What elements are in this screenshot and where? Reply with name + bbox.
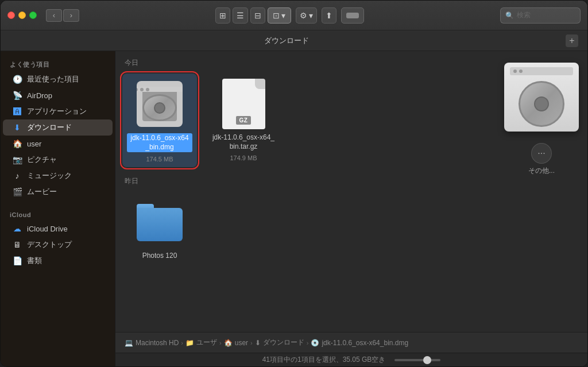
- traffic-lights: [7, 11, 37, 19]
- sidebar-item-user[interactable]: 🏠 user: [3, 136, 113, 152]
- gz-filename: jdk-11.0.6_osx-x64_bin.tar.gz: [211, 133, 276, 151]
- sidebar-item-airdrop[interactable]: 📡 AirDrop: [3, 87, 113, 103]
- icloud-label: iCloud: [1, 207, 115, 221]
- forward-button[interactable]: ›: [63, 9, 79, 22]
- sep3: ›: [250, 339, 253, 346]
- icon-view-button[interactable]: ⊞: [215, 7, 230, 24]
- folder-icon-wrap: [134, 196, 185, 248]
- folder-body: [137, 208, 183, 241]
- dmg-filename: jdk-11.0.6_osx-x64_bin.dmg: [127, 133, 192, 152]
- user-icon: 🏠: [12, 138, 22, 149]
- path-header: ダウンロード +: [1, 30, 587, 51]
- sidebar-item-label: user: [27, 140, 41, 148]
- gz-icon: GZ: [222, 79, 265, 129]
- music-icon: ♪: [12, 171, 22, 181]
- sep2: ›: [219, 339, 222, 346]
- breadcrumb-user-folder[interactable]: 📁 ユーザ: [185, 338, 217, 347]
- nav-buttons: ‹ ›: [46, 9, 79, 22]
- hdd-large-icon: [504, 63, 579, 132]
- breadcrumb-macintosh[interactable]: 💻 Macintosh HD: [125, 339, 179, 347]
- tag-button[interactable]: [341, 7, 364, 24]
- more-button[interactable]: ···: [531, 143, 552, 164]
- disk-preview: ··· その他...: [496, 51, 587, 332]
- folder-filename: Photos 120: [142, 252, 177, 261]
- sidebar-item-pictures[interactable]: 📷 ピクチャ: [3, 152, 113, 168]
- sidebar: よく使う項目 🕐 最近使った項目 📡 AirDrop 🅰 アプリケーション ⬇ …: [1, 51, 115, 366]
- gz-filesize: 174.9 MB: [230, 154, 257, 161]
- userfolder-icon: 📁: [185, 339, 194, 347]
- close-button[interactable]: [7, 11, 15, 19]
- minimize-button[interactable]: [18, 11, 26, 19]
- breadcrumb-user[interactable]: 🏠 user: [224, 339, 248, 347]
- strip-dot2: [519, 69, 523, 73]
- sep4: ›: [307, 339, 309, 346]
- sidebar-item-downloads[interactable]: ⬇ ダウンロード: [3, 119, 113, 136]
- hdd-strip: [137, 87, 183, 92]
- folder-icon: [137, 204, 183, 241]
- sidebar-item-icloud-drive[interactable]: ☁ iCloud Drive: [3, 221, 113, 237]
- recents-icon: 🕐: [12, 74, 22, 84]
- search-placeholder: 検索: [517, 10, 531, 20]
- strip-dot1: [513, 69, 517, 73]
- sidebar-item-recents[interactable]: 🕐 最近使った項目: [3, 71, 113, 87]
- add-button[interactable]: +: [566, 34, 578, 47]
- zoom-slider[interactable]: [394, 359, 440, 361]
- sidebar-item-applications[interactable]: 🅰 アプリケーション: [3, 103, 113, 119]
- file-list: 今日: [115, 51, 496, 332]
- airdrop-icon: 📡: [12, 90, 22, 101]
- main-area: よく使う項目 🕐 最近使った項目 📡 AirDrop 🅰 アプリケーション ⬇ …: [1, 51, 587, 366]
- status-bottom: 41項目中の1項目を選択、35.05 GB空き: [115, 353, 587, 366]
- breadcrumb-bar: 💻 Macintosh HD › 📁 ユーザ › 🏠 user ›: [115, 332, 587, 353]
- dmg-filesize: 174.5 MB: [146, 156, 173, 163]
- macintosh-icon: 💻: [125, 339, 133, 347]
- dmg-inner: [142, 87, 177, 121]
- sidebar-item-music[interactable]: ♪ ミュージック: [3, 168, 113, 184]
- breadcrumb-macintosh-label: Macintosh HD: [136, 339, 179, 347]
- user-icon: 🏠: [224, 339, 233, 347]
- breadcrumb-user-label: user: [235, 339, 248, 347]
- sidebar-item-label: 書類: [27, 256, 42, 266]
- yesterday-files: Photos 120: [122, 192, 489, 265]
- gear-button[interactable]: ⚙ ▾: [296, 7, 318, 24]
- hdd-top-strip: [510, 67, 573, 75]
- list-view-button[interactable]: ☰: [233, 7, 248, 24]
- file-item-dmg[interactable]: jdk-11.0.6_osx-x64_bin.dmg 174.5 MB: [122, 74, 197, 167]
- sidebar-item-label: ミュージック: [27, 171, 72, 181]
- breadcrumb-dmg[interactable]: 💿 jdk-11.0.6_osx-x64_bin.dmg: [311, 339, 408, 347]
- breadcrumb-dmg-label: jdk-11.0.6_osx-x64_bin.dmg: [322, 339, 408, 347]
- breadcrumb-downloads[interactable]: ⬇ ダウンロード: [255, 338, 304, 347]
- sidebar-item-desktop[interactable]: 🖥 デスクトップ: [3, 237, 113, 253]
- downloads-bc-icon: ⬇: [255, 339, 261, 347]
- hdd-dot: [137, 88, 138, 91]
- gz-icon-wrap: GZ: [218, 78, 269, 130]
- sidebar-item-documents[interactable]: 📄 書類: [3, 253, 113, 269]
- status-text: 41項目中の1項目を選択、35.05 GB空き: [262, 355, 386, 365]
- more-label: その他...: [528, 166, 555, 176]
- documents-icon: 📄: [12, 256, 22, 266]
- content-area: 今日: [115, 51, 587, 366]
- section-today: 今日: [122, 58, 489, 167]
- file-item-photos-folder[interactable]: Photos 120: [122, 192, 197, 265]
- section-yesterday: 昨日 Photos 120: [122, 176, 489, 265]
- file-item-targz[interactable]: GZ jdk-11.0.6_osx-x64_bin.tar.gz 174.9 M…: [206, 74, 281, 166]
- yesterday-label: 昨日: [122, 176, 489, 186]
- icloud-drive-icon: ☁: [12, 223, 22, 234]
- favorites-label: よく使う項目: [1, 56, 115, 71]
- gallery-view-button[interactable]: ⊡ ▾: [268, 7, 291, 24]
- maximize-button[interactable]: [29, 11, 37, 19]
- share-button[interactable]: ⬆: [322, 7, 336, 24]
- desktop-icon: 🖥: [12, 239, 22, 250]
- sidebar-item-label: アプリケーション: [27, 106, 87, 117]
- hdd-center: [534, 96, 549, 111]
- search-box[interactable]: 🔍 検索: [500, 7, 581, 24]
- breadcrumb-downloads-label: ダウンロード: [263, 338, 304, 347]
- sidebar-item-movies[interactable]: 🎬 ムービー: [3, 184, 113, 200]
- today-files: jdk-11.0.6_osx-x64_bin.dmg 174.5 MB GZ: [122, 74, 489, 167]
- today-label: 今日: [122, 58, 489, 68]
- titlebar: ‹ › ⊞ ☰ ⊟ ⊡ ▾ ⚙ ▾ ⬆ 🔍 検索: [1, 1, 587, 30]
- sep1: ›: [181, 339, 183, 346]
- movies-icon: 🎬: [12, 187, 22, 197]
- column-view-button[interactable]: ⊟: [250, 7, 265, 24]
- downloads-icon: ⬇: [12, 122, 22, 133]
- back-button[interactable]: ‹: [46, 9, 62, 22]
